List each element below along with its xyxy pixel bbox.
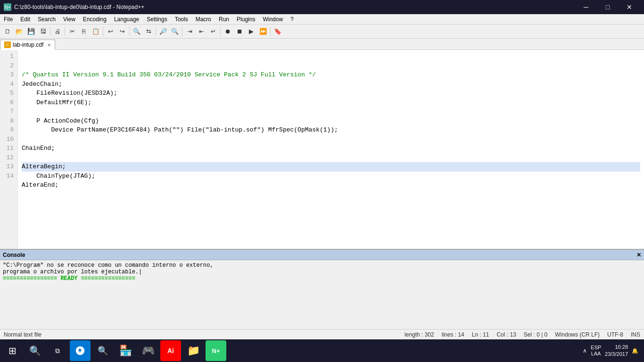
find-button[interactable]: 🔍 <box>131 26 142 37</box>
maximize-button[interactable]: □ <box>597 0 619 14</box>
store-app[interactable]: 🏪 <box>115 340 136 361</box>
code-line-5 <box>22 107 640 116</box>
macro-run-button[interactable]: ⏩ <box>257 26 269 37</box>
menu-item-edit[interactable]: Edit <box>17 14 34 24</box>
menu-item-settings[interactable]: Settings <box>143 14 171 24</box>
code-area[interactable]: /* Quartus II Version 9.1 Build 350 03/2… <box>18 50 644 249</box>
code-line-11: AlteraBegin; <box>22 162 640 172</box>
notepad-app[interactable]: N+ <box>206 340 226 361</box>
print-button[interactable]: 🖨 <box>52 26 63 37</box>
editor-scroll[interactable]: 1234567891011121314 /* Quartus II Versio… <box>0 50 644 249</box>
code-line-1: /* Quartus II Version 9.1 Build 350 03/2… <box>22 70 640 80</box>
lines-info: lines : 14 <box>442 331 464 338</box>
code-line-12: ChainType(JTAG); <box>22 172 640 181</box>
ln-info: Ln : 11 <box>472 331 489 338</box>
notification-icon[interactable]: 🔔 <box>632 348 638 354</box>
adobe-app[interactable]: Ai <box>160 340 181 361</box>
line-number-8: 8 <box>4 116 14 126</box>
code-line-8 <box>22 135 640 144</box>
save-button[interactable]: 💾 <box>25 26 37 37</box>
menu-item-macro[interactable]: Macro <box>192 14 215 24</box>
app-icon: N+ <box>4 3 11 11</box>
length-info: length : 302 <box>405 331 434 338</box>
indent-button[interactable]: ⇥ <box>184 26 195 37</box>
col-info: Col : 13 <box>496 331 516 338</box>
start-button[interactable]: ⊞ <box>2 340 23 361</box>
titlebar-left: N+ C:\z80-tools\lab-intup-de0\lab-intup.… <box>4 3 144 11</box>
menu-item-tools[interactable]: Tools <box>171 14 192 24</box>
search-button[interactable]: 🔍 <box>25 340 45 361</box>
menu-item-?[interactable]: ? <box>287 14 297 24</box>
line-number-13: 13 <box>4 162 14 172</box>
undo-button[interactable]: ↩ <box>105 26 116 37</box>
clock: 10:2823/3/2017 <box>605 344 628 358</box>
statusbar-right: length : 302 lines : 14 Ln : 11 Col : 13… <box>405 331 640 338</box>
outdent-button[interactable]: ⇤ <box>196 26 207 37</box>
new-button[interactable]: 🗋 <box>2 26 13 37</box>
line-number-6: 6 <box>4 98 14 107</box>
menu-item-view[interactable]: View <box>59 14 79 24</box>
taskbar-right: ∧ ESPLAA 10:2823/3/2017 🔔 <box>583 344 642 358</box>
console-title: Console <box>3 252 25 258</box>
minimize-button[interactable]: ─ <box>575 0 597 14</box>
tray-expand[interactable]: ∧ <box>583 347 587 354</box>
console-panel: Console ✕ "C:\Program" no se reconoce co… <box>0 249 644 329</box>
console-close-button[interactable]: ✕ <box>636 252 641 258</box>
tab-label: lab-intup.cdf <box>13 41 43 48</box>
cut-button[interactable]: ✂ <box>66 26 78 37</box>
code-line-10 <box>22 153 640 163</box>
menu-item-file[interactable]: File <box>0 14 17 24</box>
line-number-7: 7 <box>4 107 14 116</box>
code-line-13: AlteraEnd; <box>22 181 640 190</box>
search-app[interactable]: 🔍 <box>92 340 113 361</box>
sel-info: Sel : 0 | 0 <box>524 331 547 338</box>
console-message: programa o archivo por lotes ejecutable.… <box>3 269 641 275</box>
separator <box>129 27 130 36</box>
explorer-app[interactable]: 📁 <box>183 340 204 361</box>
statusbar: Normal text file length : 302 lines : 14… <box>0 329 644 339</box>
edge-app[interactable] <box>70 340 91 361</box>
window-controls: ─ □ ✕ <box>575 0 640 14</box>
menu-item-encoding[interactable]: Encoding <box>79 14 110 24</box>
save-all-button[interactable]: 🖫 <box>37 26 49 37</box>
toolbar: 🗋 📂 💾 🖫 🖨 ✂ ⎘ 📋 ↩ ↪ 🔍 ⇆ 🔎 🔍 ⇥ ⇤ ↵ ⏺ ⏹ ▶ … <box>0 25 644 39</box>
separator <box>270 27 271 36</box>
line-number-11: 11 <box>4 144 14 153</box>
paste-button[interactable]: 📋 <box>90 26 101 37</box>
task-view-button[interactable]: ⧉ <box>47 340 68 361</box>
zoom-in-button[interactable]: 🔎 <box>157 26 169 37</box>
close-button[interactable]: ✕ <box>619 0 640 14</box>
copy-button[interactable]: ⎘ <box>78 26 90 37</box>
console-header: Console ✕ <box>0 250 644 260</box>
separator <box>50 27 50 36</box>
bookmark-button[interactable]: 🔖 <box>272 26 283 37</box>
menu-item-plugins[interactable]: Plugins <box>233 14 259 24</box>
redo-button[interactable]: ↪ <box>116 26 128 37</box>
line-numbers: 1234567891011121314 <box>0 50 18 249</box>
line-number-10: 10 <box>4 135 14 144</box>
macro-stop-button[interactable]: ⏹ <box>234 26 245 37</box>
tab-file-icon: C <box>4 41 11 48</box>
line-number-4: 4 <box>4 80 14 89</box>
macro-play-button[interactable]: ▶ <box>246 26 257 37</box>
menu-item-language[interactable]: Language <box>110 14 143 24</box>
tab-lab-intup[interactable]: C lab-intup.cdf ✕ <box>0 40 55 50</box>
menu-item-window[interactable]: Window <box>259 14 287 24</box>
tabbar: C lab-intup.cdf ✕ <box>0 39 644 50</box>
gaming-app[interactable]: 🎮 <box>138 340 158 361</box>
menu-item-search[interactable]: Search <box>34 14 59 24</box>
open-button[interactable]: 📂 <box>14 26 25 37</box>
line-ending-info: Windows (CR LF) <box>555 331 600 338</box>
separator <box>156 27 156 36</box>
macro-record-button[interactable]: ⏺ <box>222 26 233 37</box>
separator <box>182 27 182 36</box>
window-title: C:\z80-tools\lab-intup-de0\lab-intup.cdf… <box>14 4 144 10</box>
find-replace-button[interactable]: ⇆ <box>143 26 154 37</box>
ins-info: INS <box>631 331 640 338</box>
zoom-out-button[interactable]: 🔍 <box>169 26 181 37</box>
separator <box>220 27 221 36</box>
titlebar: N+ C:\z80-tools\lab-intup-de0\lab-intup.… <box>0 0 644 14</box>
menu-item-run[interactable]: Run <box>215 14 233 24</box>
tab-close-button[interactable]: ✕ <box>47 42 51 48</box>
wrap-button[interactable]: ↵ <box>207 26 219 37</box>
